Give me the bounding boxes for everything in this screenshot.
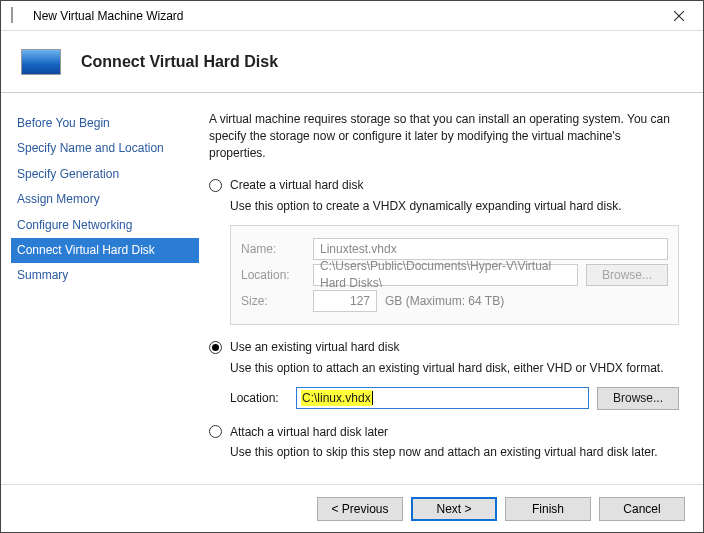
- create-name-row: Name: Linuxtest.vhdx: [241, 238, 668, 260]
- window-title: New Virtual Machine Wizard: [33, 9, 659, 23]
- create-loc-input: C:\Users\Public\Documents\Hyper-V\Virtua…: [313, 264, 578, 286]
- create-name-label: Name:: [241, 241, 305, 258]
- previous-button[interactable]: < Previous: [317, 497, 403, 521]
- sidebar-item-configure-networking[interactable]: Configure Networking: [11, 213, 199, 238]
- app-icon: [11, 8, 27, 24]
- option-later[interactable]: Attach a virtual hard disk later: [209, 424, 679, 441]
- existing-browse-button[interactable]: Browse...: [597, 387, 679, 410]
- sidebar-item-specify-generation[interactable]: Specify Generation: [11, 162, 199, 187]
- option-later-desc: Use this option to skip this step now an…: [230, 444, 679, 461]
- existing-loc-value: C:\linux.vhdx: [301, 390, 372, 407]
- wizard-hero-icon: [21, 49, 61, 75]
- sidebar-item-specify-name[interactable]: Specify Name and Location: [11, 136, 199, 161]
- option-existing-desc: Use this option to attach an existing vi…: [230, 360, 679, 377]
- sidebar: Before You Begin Specify Name and Locati…: [1, 93, 199, 484]
- cancel-button[interactable]: Cancel: [599, 497, 685, 521]
- create-loc-label: Location:: [241, 267, 305, 284]
- intro-text: A virtual machine requires storage so th…: [209, 111, 679, 161]
- sidebar-item-before-you-begin[interactable]: Before You Begin: [11, 111, 199, 136]
- titlebar: New Virtual Machine Wizard: [1, 1, 703, 31]
- create-name-input: Linuxtest.vhdx: [313, 238, 668, 260]
- create-size-row: Size: 127 GB (Maximum: 64 TB): [241, 290, 668, 312]
- create-size-input: 127: [313, 290, 377, 312]
- existing-loc-input[interactable]: C:\linux.vhdx: [296, 387, 589, 409]
- radio-icon: [209, 425, 222, 438]
- existing-loc-label: Location:: [230, 390, 288, 407]
- sidebar-item-summary[interactable]: Summary: [11, 263, 199, 288]
- next-button[interactable]: Next >: [411, 497, 497, 521]
- option-create[interactable]: Create a virtual hard disk: [209, 177, 679, 194]
- close-icon: [674, 11, 684, 21]
- close-button[interactable]: [659, 2, 699, 30]
- footer: < Previous Next > Finish Cancel: [1, 484, 703, 532]
- finish-button[interactable]: Finish: [505, 497, 591, 521]
- create-loc-row: Location: C:\Users\Public\Documents\Hype…: [241, 264, 668, 286]
- radio-icon: [209, 179, 222, 192]
- option-existing[interactable]: Use an existing virtual hard disk: [209, 339, 679, 356]
- create-size-units: GB (Maximum: 64 TB): [385, 293, 504, 310]
- create-panel: Name: Linuxtest.vhdx Location: C:\Users\…: [230, 225, 679, 325]
- option-existing-label: Use an existing virtual hard disk: [230, 339, 399, 356]
- body: Before You Begin Specify Name and Locati…: [1, 93, 703, 484]
- radio-icon: [209, 341, 222, 354]
- option-create-desc: Use this option to create a VHDX dynamic…: [230, 198, 679, 215]
- option-later-label: Attach a virtual hard disk later: [230, 424, 388, 441]
- sidebar-item-connect-vhd[interactable]: Connect Virtual Hard Disk: [11, 238, 199, 263]
- create-size-label: Size:: [241, 293, 305, 310]
- existing-loc-row: Location: C:\linux.vhdx Browse...: [230, 387, 679, 410]
- content-pane: A virtual machine requires storage so th…: [199, 93, 703, 484]
- create-browse-button: Browse...: [586, 264, 668, 286]
- text-cursor-icon: [372, 391, 373, 405]
- header: Connect Virtual Hard Disk: [1, 31, 703, 93]
- option-create-label: Create a virtual hard disk: [230, 177, 363, 194]
- wizard-window: New Virtual Machine Wizard Connect Virtu…: [0, 0, 704, 533]
- page-title: Connect Virtual Hard Disk: [81, 53, 278, 71]
- sidebar-item-assign-memory[interactable]: Assign Memory: [11, 187, 199, 212]
